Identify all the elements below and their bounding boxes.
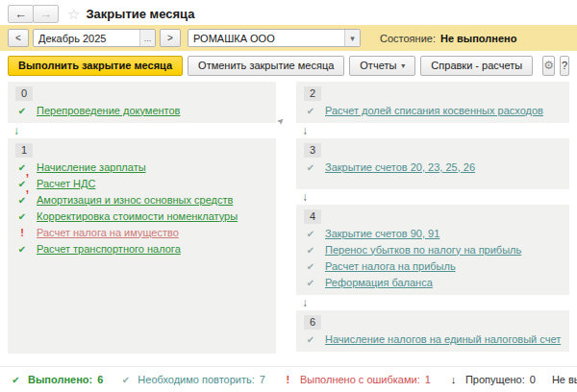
stage-panel-6: 6✔Начисление налогов на единый налоговый… <box>296 310 569 352</box>
repeat-check-icon: ✔ <box>304 333 317 345</box>
stage-number: 4 <box>304 209 321 224</box>
settings-button[interactable]: ⚙ <box>542 56 555 76</box>
operation-row: ✔Перенос убытков по налогу на прибыль <box>304 242 562 257</box>
chevron-down-icon[interactable]: ▾ <box>344 30 360 46</box>
done-needs-redo-icon: ✔, <box>15 161 29 173</box>
operation-link[interactable]: Начисление налогов на единый налоговый с… <box>325 333 561 345</box>
legend-value: 1 <box>425 374 431 385</box>
operation-row: ✔Закрытие счетов 90, 91 <box>304 226 562 240</box>
help-icon: ? <box>562 60 567 71</box>
period-bar: < Декабрь 2025 ... > РОМАШКА ООО ▾ Состо… <box>0 25 577 51</box>
repeat-check-icon: ✔ <box>304 260 317 272</box>
operation-link[interactable]: Расчет налога на прибыль <box>325 260 456 272</box>
status-legend: ✔Выполнено:6✔Необходимо повторить:7!Выпо… <box>0 366 577 392</box>
stage-panel-3: 3✔Закрытие счетов 20, 23, 25, 26 <box>296 138 569 189</box>
references-calculations-button[interactable]: Справки - расчеты <box>420 56 533 76</box>
done-check-icon: ✔ <box>15 105 29 116</box>
done-check-icon: ✔ <box>15 210 29 222</box>
operation-row: ✔Реформация баланса <box>304 275 562 289</box>
operation-row: ✔Корректировка стоимости номенклатуры <box>15 208 268 223</box>
repeat-check-icon: ✔ <box>304 161 317 173</box>
legend-item-repeat: ✔Необходимо повторить:7 <box>119 374 265 385</box>
legend-value: 6 <box>97 374 103 385</box>
stage-panel-1: 1✔,Начисление зарплаты✔,Расчет НДС✔Аморт… <box>8 138 276 354</box>
reports-menu-button[interactable]: Отчеты ▾ <box>349 56 415 76</box>
operation-link[interactable]: Закрытие счетов 90, 91 <box>325 228 439 239</box>
back-icon: ← <box>14 7 27 21</box>
legend-label: Пропущено: <box>465 374 525 385</box>
legend-label: Не выполнено: <box>552 374 577 385</box>
legend-label: Выполнено: <box>28 374 92 385</box>
legend-value: 0 <box>530 374 536 385</box>
operation-link[interactable]: Амортизация и износ основных средств <box>37 194 233 206</box>
legend-repeat-check-icon: ✔ <box>119 375 132 385</box>
forward-icon: → <box>39 7 52 21</box>
window-header: ← → ☆ Закрытие месяца <box>0 0 577 25</box>
operation-row: ✔Расчет транспортного налога <box>15 241 268 256</box>
legend-skipped-arrow-icon: ↓ <box>447 374 460 385</box>
forward-button[interactable]: → <box>33 5 59 23</box>
operation-row: ✔Амортизация и износ основных средств <box>15 192 268 207</box>
legend-item-skipped: ↓Пропущено:0 <box>447 374 536 385</box>
stages-column-left: 0✔Перепроведение документов↓1✔,Начислени… <box>8 82 276 365</box>
done-check-icon: ✔ <box>15 194 29 206</box>
flow-down-arrow-icon: ↓ <box>302 190 308 204</box>
legend-done-check-icon: ✔ <box>10 375 22 385</box>
page-title: Закрытие месяца <box>86 7 194 21</box>
legend-item-done: ✔Выполнено:6 <box>10 374 103 385</box>
period-field[interactable]: Декабрь 2025 ... <box>33 29 156 47</box>
stages-area: 0✔Перепроведение документов↓1✔,Начислени… <box>0 80 577 365</box>
stage-flow: ↓ <box>296 295 569 310</box>
operation-row: ✔Расчет долей списания косвенных расходо… <box>304 103 562 117</box>
chevron-down-icon: ▾ <box>401 61 405 70</box>
stage-panel-4: 4✔Закрытие счетов 90, 91✔Перенос убытков… <box>296 205 569 295</box>
operation-link[interactable]: Перепроведение документов <box>37 105 180 116</box>
stage-number: 2 <box>304 86 321 101</box>
operation-link[interactable]: Реформация баланса <box>325 277 433 288</box>
legend-label: Выполнено с ошибками: <box>300 374 420 385</box>
done-check-icon: ✔ <box>15 243 29 255</box>
period-ellipsis-button[interactable]: ... <box>139 30 155 46</box>
operation-row: ✔,Начисление зарплаты <box>15 159 268 174</box>
cancel-closing-button[interactable]: Отменить закрытие месяца <box>188 56 344 76</box>
operation-link[interactable]: Закрытие счетов 20, 23, 25, 26 <box>325 161 475 173</box>
organization-value: РОМАШКА ООО <box>188 33 344 44</box>
stages-column-right: 2✔Расчет долей списания косвенных расход… <box>296 82 569 365</box>
done-needs-redo-icon: ✔, <box>15 178 29 189</box>
operation-link[interactable]: Расчет долей списания косвенных расходов <box>325 105 543 116</box>
operation-row: ✔Расчет налога на прибыль <box>304 258 562 273</box>
operation-link[interactable]: Корректировка стоимости номенклатуры <box>37 210 238 222</box>
legend-label: Необходимо повторить: <box>138 374 254 385</box>
repeat-check-icon: ✔ <box>304 105 317 116</box>
operation-link[interactable]: Расчет НДС <box>37 178 95 189</box>
flow-down-arrow-icon: ↓ <box>302 124 308 137</box>
status-label: Состояние: <box>380 33 436 44</box>
legend-item-not-done: Не выполнено:0 <box>552 374 577 385</box>
operation-row: ✔,Расчет НДС <box>15 176 268 190</box>
stage-flow: ↓ <box>296 123 569 138</box>
operation-row: ✔Перепроведение документов <box>15 103 268 117</box>
period-value: Декабрь 2025 <box>34 33 139 44</box>
stage-panel-0: 0✔Перепроведение документов <box>8 82 276 123</box>
operation-link[interactable]: Расчет налога на имущество <box>37 227 179 238</box>
organization-select[interactable]: РОМАШКА ООО ▾ <box>188 29 361 47</box>
operation-link[interactable]: Перенос убытков по налогу на прибыль <box>325 244 521 256</box>
back-button[interactable]: ← <box>8 5 34 23</box>
operation-link[interactable]: Расчет транспортного налога <box>37 243 181 255</box>
stage-number: 3 <box>304 143 321 158</box>
legend-item-error: !Выполнено с ошибками:1 <box>282 374 431 385</box>
perform-closing-button[interactable]: Выполнить закрытие месяца <box>8 56 183 76</box>
error-exclamation-icon: ! <box>15 227 29 238</box>
stage-number: 0 <box>15 86 33 101</box>
stage-flow: ↓ <box>296 189 569 205</box>
next-period-button[interactable]: > <box>160 29 181 47</box>
previous-period-button[interactable]: < <box>8 29 29 47</box>
repeat-check-icon: ✔ <box>304 228 317 239</box>
operation-link[interactable]: Начисление зарплаты <box>37 161 146 173</box>
column-splitter-icon[interactable]: ➤ <box>275 115 287 127</box>
favorite-star-icon[interactable]: ☆ <box>67 6 80 23</box>
help-button[interactable]: ? <box>560 56 569 76</box>
legend-error-exclamation-icon: ! <box>282 374 294 385</box>
repeat-check-icon: ✔ <box>304 244 317 256</box>
legend-value: 7 <box>260 374 265 385</box>
